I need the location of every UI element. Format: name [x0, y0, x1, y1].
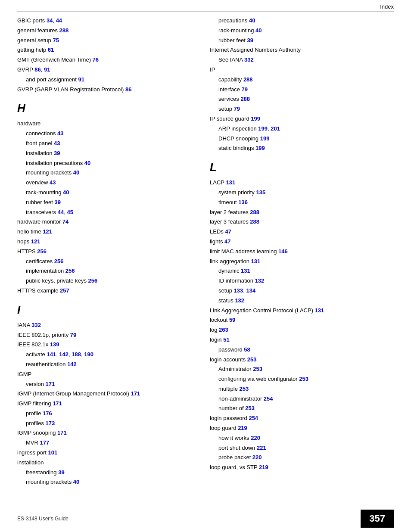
page-footer: ES-3148 User's Guide 357 — [0, 505, 411, 532]
list-item: capability 288 — [218, 75, 394, 84]
list-item: interface 79 — [218, 85, 394, 94]
list-item: login accounts 253 — [210, 355, 394, 364]
list-item: hello time 121 — [17, 227, 193, 236]
content-area: GBIC ports 34, 44 general features 288 g… — [0, 12, 411, 505]
list-item: MVR 177 — [26, 439, 193, 448]
list-item: login 51 — [210, 336, 394, 345]
list-item: profiles 173 — [26, 419, 193, 428]
list-item: limit MAC address learning 146 — [210, 247, 394, 256]
left-column: GBIC ports 34, 44 general features 288 g… — [17, 16, 206, 488]
list-item: certificates 256 — [26, 257, 193, 266]
section-i-label: I — [17, 303, 193, 317]
list-item: general setup 75 — [17, 36, 193, 45]
list-item: public keys, private keys 256 — [26, 277, 193, 286]
list-item: ARP inspection 199, 201 — [218, 124, 394, 134]
list-item: status 132 — [218, 296, 394, 305]
list-item: system priority 135 — [218, 188, 394, 197]
list-item: Internet Assigned Numbers Authority — [210, 46, 394, 55]
list-item: IGMP filtering 171 — [17, 399, 193, 408]
list-item: GVRP (GARP VLAN Registration Protocol) 8… — [17, 85, 193, 94]
footer-title: ES-3148 User's Guide — [17, 516, 68, 522]
list-item: activate 141, 142, 188, 190 — [26, 350, 193, 359]
list-item: HTTPS example 257 — [17, 286, 193, 296]
list-item: HTTPS 256 — [17, 247, 193, 256]
list-item: loop guard 219 — [210, 424, 394, 433]
list-item: IANA 332 — [17, 321, 193, 330]
section-g-entries: GBIC ports 34, 44 general features 288 g… — [17, 16, 193, 94]
list-item: getting help 61 — [17, 46, 193, 55]
list-item: installation 39 — [26, 149, 193, 158]
header: Index — [0, 0, 411, 12]
list-item: rack-mounting 40 — [218, 26, 394, 35]
list-item: multiple 253 — [218, 385, 394, 394]
list-item: IP source guard 199 — [210, 115, 394, 124]
list-item: loop guard, vs STP 219 — [210, 463, 394, 472]
list-item: port shut down 221 — [218, 444, 394, 453]
list-item: probe packet 220 — [218, 453, 394, 462]
list-item: rack-mounting 40 — [26, 188, 193, 197]
list-item: hardware — [17, 119, 193, 128]
list-item: layer 2 features 288 — [210, 208, 394, 217]
list-item: installation — [17, 458, 193, 467]
list-item: See IANA 332 — [218, 56, 394, 65]
list-item: lights 47 — [210, 237, 394, 246]
right-column: precautions 40 rack-mounting 40 rubber f… — [206, 16, 394, 488]
list-item: mounting brackets 40 — [26, 168, 193, 177]
list-item: connections 43 — [26, 129, 193, 138]
list-item: services 288 — [218, 95, 394, 104]
list-item: front panel 43 — [26, 139, 193, 148]
list-item: general features 288 — [17, 26, 193, 35]
section-right-top-entries: precautions 40 rack-mounting 40 rubber f… — [210, 16, 394, 153]
list-item: overview 43 — [26, 178, 193, 187]
page-number: 357 — [361, 510, 394, 528]
list-item: IGMP (Internet Group Management Protocol… — [17, 389, 193, 398]
header-title: Index — [380, 3, 394, 10]
section-h-label: H — [17, 102, 193, 115]
list-item: ID information 132 — [218, 277, 394, 286]
list-item: timeout 136 — [218, 198, 394, 207]
page-container: Index GBIC ports 34, 44 general features… — [0, 0, 411, 532]
list-item: installation precautions 40 — [26, 159, 193, 168]
list-item: hops 121 — [17, 237, 193, 246]
list-item: Administrator 253 — [218, 365, 394, 374]
list-item: version 171 — [26, 380, 193, 389]
list-item: dynamic 131 — [218, 267, 394, 276]
list-item: hardware monitor 74 — [17, 218, 193, 227]
list-item: profile 176 — [26, 409, 193, 418]
list-item: LACP 131 — [210, 178, 394, 187]
list-item: IP — [210, 65, 394, 75]
list-item: login password 254 — [210, 414, 394, 423]
list-item: layer 3 features 288 — [210, 218, 394, 227]
list-item: configuring via web configurator 253 — [218, 375, 394, 384]
section-h-entries: hardware connections 43 front panel 43 i… — [17, 119, 193, 295]
list-item: and port assignment 91 — [26, 75, 193, 84]
section-l-entries: LACP 131 system priority 135 timeout 136… — [210, 178, 394, 472]
list-item: GBIC ports 34, 44 — [17, 16, 193, 25]
list-item: IEEE 802.1x 139 — [17, 340, 193, 349]
list-item: setup 133, 134 — [218, 286, 394, 296]
list-item: how it works 220 — [218, 434, 394, 443]
section-l-label: L — [210, 161, 394, 174]
list-item: transceivers 44, 45 — [26, 208, 193, 217]
list-item: non-administrator 254 — [218, 395, 394, 404]
list-item: GMT (Greenwich Mean Time) 76 — [17, 56, 193, 65]
list-item: precautions 40 — [218, 16, 394, 25]
list-item: freestanding 39 — [26, 468, 193, 477]
list-item: rubber feet 39 — [218, 36, 394, 45]
list-item: IGMP — [17, 370, 193, 379]
list-item: IGMP snooping 171 — [17, 429, 193, 438]
list-item: link aggregation 131 — [210, 257, 394, 266]
list-item: rubber feet 39 — [26, 198, 193, 207]
section-i-entries: IANA 332 IEEE 802.1p, priority 79 IEEE 8… — [17, 321, 193, 487]
list-item: ingress port 101 — [17, 448, 193, 457]
list-item: GVRP 86, 91 — [17, 65, 193, 75]
list-item: LEDs 47 — [210, 227, 394, 236]
list-item: IEEE 802.1p, priority 79 — [17, 331, 193, 340]
list-item: reauthentication 142 — [26, 360, 193, 369]
list-item: Link Aggregation Control Protocol (LACP)… — [210, 306, 394, 315]
list-item: number of 253 — [218, 404, 394, 413]
list-item: DHCP snooping 199 — [218, 134, 394, 143]
list-item: setup 79 — [218, 105, 394, 114]
list-item: log 263 — [210, 326, 394, 335]
list-item: mounting brackets 40 — [26, 478, 193, 487]
